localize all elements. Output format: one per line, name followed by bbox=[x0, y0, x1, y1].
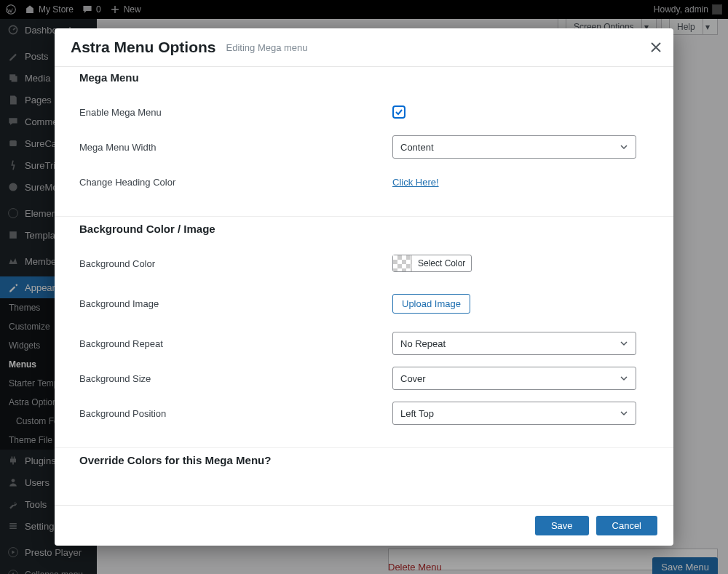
mega-menu-heading: Mega Menu bbox=[79, 71, 649, 84]
save-button[interactable]: Save bbox=[535, 516, 589, 535]
color-btn-label: Select Color bbox=[412, 258, 471, 268]
modal-header: Astra Menu Options Editing Mega menu bbox=[55, 28, 673, 67]
close-icon bbox=[651, 42, 661, 52]
cancel-button[interactable]: Cancel bbox=[596, 516, 657, 535]
bg-position-label: Background Position bbox=[79, 408, 392, 419]
chevron-down-icon bbox=[620, 374, 628, 383]
bg-size-select[interactable]: Cover bbox=[392, 367, 636, 390]
select-value: Cover bbox=[400, 373, 426, 384]
heading-color-label: Change Heading Color bbox=[79, 177, 392, 188]
select-value: Left Top bbox=[400, 408, 434, 419]
select-value: No Repeat bbox=[400, 338, 446, 349]
bg-color-label: Background Color bbox=[79, 258, 392, 269]
color-swatch-icon bbox=[393, 255, 412, 271]
modal-body: Mega Menu Enable Mega Menu Mega Menu Wid… bbox=[55, 67, 673, 505]
bg-image-label: Background Image bbox=[79, 298, 392, 309]
chevron-down-icon bbox=[620, 339, 628, 348]
bg-position-select[interactable]: Left Top bbox=[392, 402, 636, 425]
bg-repeat-label: Background Repeat bbox=[79, 338, 392, 349]
width-label: Mega Menu Width bbox=[79, 142, 392, 153]
check-icon bbox=[395, 108, 403, 116]
enable-label: Enable Mega Menu bbox=[79, 107, 392, 118]
bg-section-heading: Background Color / Image bbox=[79, 223, 649, 235]
chevron-down-icon bbox=[620, 409, 628, 418]
enable-mega-menu-checkbox[interactable] bbox=[392, 105, 405, 119]
modal-close-button[interactable] bbox=[638, 30, 673, 65]
modal-footer: Save Cancel bbox=[55, 505, 673, 546]
astra-menu-options-modal: Astra Menu Options Editing Mega menu Meg… bbox=[55, 28, 673, 546]
bg-color-button[interactable]: Select Color bbox=[392, 255, 472, 272]
modal-title: Astra Menu Options bbox=[71, 39, 216, 56]
chevron-down-icon bbox=[620, 143, 628, 151]
change-heading-color-link[interactable]: Click Here! bbox=[392, 177, 439, 188]
bg-repeat-select[interactable]: No Repeat bbox=[392, 332, 636, 355]
bg-size-label: Background Size bbox=[79, 373, 392, 384]
override-colors-heading: Override Colors for this Mega Menu? bbox=[79, 454, 649, 466]
select-value: Content bbox=[400, 142, 434, 153]
modal-subtitle: Editing Mega menu bbox=[226, 42, 308, 53]
upload-image-button[interactable]: Upload Image bbox=[392, 294, 470, 314]
mega-menu-width-select[interactable]: Content bbox=[392, 135, 636, 159]
